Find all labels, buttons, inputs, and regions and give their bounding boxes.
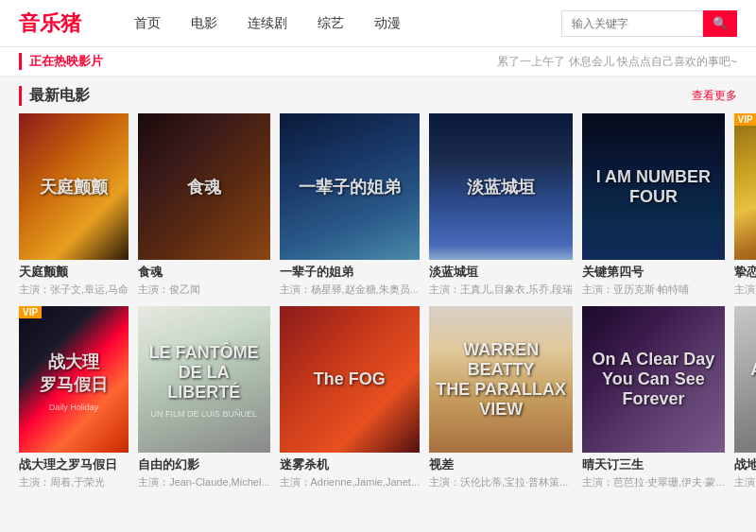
movie-card[interactable]: LE FANTÔME DE LA LIBERTÉUN FILM DE LUIS … <box>138 306 269 489</box>
search-button[interactable]: 🔍 <box>703 10 737 37</box>
nav-item-综艺[interactable]: 综艺 <box>302 0 359 47</box>
poster-wrap: WARREN BEATTY THE PARALLAX VIEW <box>429 306 573 453</box>
movie-card[interactable]: 一辈子的姐弟一辈子的姐弟主演：杨星驿,赵金糖,朱奥员... <box>280 113 421 297</box>
poster-title-text: 淡蓝城垣 <box>462 171 540 203</box>
poster-overlay-text: 食魂 <box>138 113 269 260</box>
movie-poster: 战大理 罗马假日Daily HolidayVIP <box>19 306 129 453</box>
movie-title: 迷雾杀机 <box>280 456 421 473</box>
movie-poster: WARREN BEATTY THE PARALLAX VIEW <box>429 306 573 453</box>
poster-title-text: The FOG <box>309 365 390 394</box>
poster-title-text: LE FANTÔME DE LA LIBERTÉ <box>145 338 264 407</box>
movie-card[interactable]: The FOG迷雾杀机主演：Adrienne,Jamie,Janet... <box>280 306 421 489</box>
movie-title: 一辈子的姐弟 <box>280 264 421 281</box>
movie-title: 战地军医 <box>734 456 756 473</box>
search-input[interactable] <box>561 10 703 37</box>
poster-title-text: I AM NUMBER FOUR <box>582 163 724 212</box>
movie-card[interactable]: ALAIN DELON LE TOUBIB战地军医主演：阿兰·德龙,毛罗纪米斯特… <box>734 306 756 489</box>
section-more-link[interactable]: 查看更多 <box>692 88 737 104</box>
poster-title-text: 食魂 <box>182 171 226 203</box>
movie-card[interactable]: 淡蓝城垣淡蓝城垣主演：王真儿,目象衣,乐乔,段瑞 <box>429 113 573 297</box>
movie-card[interactable]: 食魂食魂主演：俊乙闻 <box>138 113 269 297</box>
movie-poster: The FOG <box>280 306 421 453</box>
movie-actors: 主演：俊乙闻 <box>138 283 269 297</box>
movie-title: 挚恋棠花 <box>734 264 756 281</box>
poster-overlay-text: 一辈子的姐弟 <box>280 113 421 260</box>
poster-overlay-text: WARREN BEATTY THE PARALLAX VIEW <box>429 306 573 453</box>
movie-title: 战大理之罗马假日 <box>19 456 129 473</box>
movie-actors: 主演：阿兰·德龙,毛罗纪米斯特... <box>734 475 756 489</box>
vip-badge: VIP <box>734 113 756 126</box>
movie-card[interactable]: On A Clear Day You Can See Forever晴天订三生主… <box>582 306 724 489</box>
poster-wrap: On A Clear Day You Can See Forever <box>582 306 724 453</box>
poster-title-text: 战大理 罗马假日 <box>35 346 112 401</box>
movie-title: 视差 <box>429 456 573 473</box>
movie-card[interactable]: 挚恋棠花VIP2022挚恋棠花主演：阿迪,沈邝邝 <box>734 113 756 297</box>
poster-overlay-text: 挚恋棠花 <box>734 113 756 260</box>
movie-poster: 淡蓝城垣 <box>429 113 573 260</box>
poster-overlay-text: 淡蓝城垣 <box>429 113 573 260</box>
search-box: 🔍 <box>561 10 737 37</box>
header: 音乐猪 首页电影连续剧综艺动漫 🔍 <box>0 0 756 47</box>
poster-overlay-text: On A Clear Day You Can See Forever <box>582 306 724 453</box>
vip-badge: VIP <box>19 306 42 318</box>
movie-card[interactable]: WARREN BEATTY THE PARALLAX VIEW视差主演：沃伦比蒂… <box>429 306 573 489</box>
movie-poster: I AM NUMBER FOUR <box>582 113 724 260</box>
movie-actors: 主演：张子文,章运,马命 <box>19 283 129 297</box>
movie-poster: 一辈子的姐弟 <box>280 113 421 260</box>
movie-actors: 主演：Jean-Claude,Michel... <box>138 475 269 489</box>
poster-overlay-text: ALAIN DELON LE TOUBIB <box>734 306 756 453</box>
movie-actors: 主演：沃伦比蒂,宝拉·普林策... <box>429 475 573 489</box>
nav-item-动漫[interactable]: 动漫 <box>359 0 416 47</box>
marquee-text: 累了一上午了 休息会儿 快点点自己喜欢的事吧~ <box>109 54 737 70</box>
movie-poster: ALAIN DELON LE TOUBIB <box>734 306 756 453</box>
marquee-bar: 正在热映影片 累了一上午了 休息会儿 快点点自己喜欢的事吧~ <box>0 47 756 77</box>
poster-wrap: 淡蓝城垣 <box>429 113 573 260</box>
movie-actors: 主演：亚历克斯·帕特哺 <box>582 283 724 297</box>
poster-overlay-text: LE FANTÔME DE LA LIBERTÉUN FILM DE LUIS … <box>138 306 269 453</box>
poster-title-text: ALAIN DELON LE TOUBIB <box>746 355 756 404</box>
site-logo[interactable]: 音乐猪 <box>19 9 81 38</box>
movie-actors: 主演：杨星驿,赵金糖,朱奥员... <box>280 283 421 297</box>
poster-title-text: On A Clear Day You Can See Forever <box>588 345 720 414</box>
movie-title: 自由的幻影 <box>138 456 269 473</box>
movie-poster: 天庭颤颤 <box>19 113 129 260</box>
poster-wrap: LE FANTÔME DE LA LIBERTÉUN FILM DE LUIS … <box>138 306 269 453</box>
movie-card[interactable]: 天庭颤颤天庭颤颤主演：张子文,章运,马命 <box>19 113 129 297</box>
poster-wrap: 一辈子的姐弟 <box>280 113 421 260</box>
movie-title: 食魂 <box>138 264 269 281</box>
poster-title-text: 一辈子的姐弟 <box>294 171 405 203</box>
poster-wrap: The FOG <box>280 306 421 453</box>
movie-actors: 主演：周着,于荣光 <box>19 475 129 489</box>
poster-wrap: 战大理 罗马假日Daily HolidayVIP <box>19 306 129 453</box>
poster-wrap: I AM NUMBER FOUR <box>582 113 724 260</box>
poster-wrap: 食魂 <box>138 113 269 260</box>
movie-poster: LE FANTÔME DE LA LIBERTÉUN FILM DE LUIS … <box>138 306 269 453</box>
poster-overlay-text: 天庭颤颤 <box>19 113 129 260</box>
poster-title-text: WARREN BEATTY THE PARALLAX VIEW <box>429 335 573 424</box>
nav-item-电影[interactable]: 电影 <box>176 0 232 47</box>
poster-overlay-text: The FOG <box>280 306 421 453</box>
poster-overlay-text: I AM NUMBER FOUR <box>582 113 724 260</box>
movie-card[interactable]: 战大理 罗马假日Daily HolidayVIP战大理之罗马假日主演：周着,于荣… <box>19 306 129 489</box>
movie-title: 淡蓝城垣 <box>429 264 573 281</box>
marquee-label: 正在热映影片 <box>19 53 103 70</box>
movie-actors: 主演：阿迪,沈邝邝 <box>734 283 756 297</box>
movie-actors: 主演：Adrienne,Jamie,Janet... <box>280 475 421 489</box>
movie-grid: 天庭颤颤天庭颤颤主演：张子文,章运,马命食魂食魂主演：俊乙闻一辈子的姐弟一辈子的… <box>19 113 737 489</box>
movie-poster: 食魂 <box>138 113 269 260</box>
section-title: 最新电影 <box>19 86 90 106</box>
movie-card[interactable]: I AM NUMBER FOUR关键第四号主演：亚历克斯·帕特哺 <box>582 113 724 297</box>
poster-wrap: 天庭颤颤 <box>19 113 129 260</box>
movie-title: 天庭颤颤 <box>19 264 129 281</box>
poster-en-text: UN FILM DE LUIS BUÑUEL <box>146 407 263 420</box>
nav-item-首页[interactable]: 首页 <box>119 0 176 47</box>
poster-wrap: ALAIN DELON LE TOUBIB <box>734 306 756 453</box>
nav-item-连续剧[interactable]: 连续剧 <box>232 0 302 47</box>
movie-title: 晴天订三生 <box>582 456 724 473</box>
poster-overlay-text: 战大理 罗马假日Daily Holiday <box>19 306 129 453</box>
poster-en-text: Daily Holiday <box>44 401 104 414</box>
movie-title: 关键第四号 <box>582 264 724 281</box>
movie-poster: On A Clear Day You Can See Forever <box>582 306 724 453</box>
poster-title-text: 天庭颤颤 <box>35 171 112 203</box>
main-content: 最新电影 查看更多 天庭颤颤天庭颤颤主演：张子文,章运,马命食魂食魂主演：俊乙闻… <box>0 86 756 489</box>
